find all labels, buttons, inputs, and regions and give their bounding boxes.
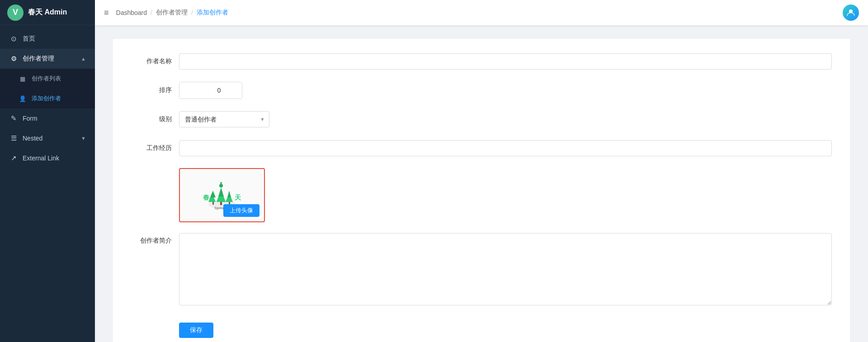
sidebar-item-form[interactable]: ✎ Form [0,108,95,128]
level-control: 普通创作者 高级创作者 顶级创作者 ▼ [179,111,832,127]
breadcrumb-sep-1: / [151,9,152,16]
level-select-wrap: 普通创作者 高级创作者 顶级创作者 ▼ [179,111,269,127]
breadcrumb-sep-2: / [191,9,193,16]
svg-point-6 [220,182,222,184]
author-name-input[interactable] [179,53,832,70]
save-row: 保存 [131,318,832,338]
sidebar-item-author-mgmt[interactable]: ⚙ 创作者管理 ▲ [0,49,95,69]
bio-row: 创作者简介 [131,233,832,307]
user-avatar-btn[interactable] [843,5,859,21]
sidebar-item-label-author-mgmt: 创作者管理 [23,55,81,63]
sidebar-item-label-author-list: 创作者列表 [32,75,86,83]
header: ≡ Dashboard / 创作者管理 / 添加创作者 [95,0,868,25]
svg-point-3 [219,184,223,187]
level-select[interactable]: 普通创作者 高级创作者 顶级创作者 [179,111,269,127]
breadcrumb-author-mgmt[interactable]: 创作者管理 [156,9,188,17]
gear-icon: ⚙ [9,54,18,63]
sidebar-item-nested[interactable]: ☰ Nested ▼ [0,128,95,148]
work-exp-row: 工作经历 [131,139,832,157]
list-icon: ▦ [18,74,27,83]
level-row: 级别 普通创作者 高级创作者 顶级创作者 ▼ [131,110,832,128]
header-right [843,5,859,21]
chevron-up-icon: ▲ [81,56,86,61]
external-link-icon: ↗ [9,154,18,163]
svg-text:天: 天 [234,194,241,201]
work-exp-label: 工作经历 [131,144,172,152]
breadcrumb-dashboard[interactable]: Dashboard [116,9,147,16]
svg-rect-2 [212,202,214,205]
form-container: 作者名称 排序 ▲ ▼ [113,39,850,342]
author-name-control [179,53,832,70]
form-icon: ✎ [9,114,18,123]
upload-avatar-btn[interactable]: 上传头像 [223,204,259,217]
save-button[interactable]: 保存 [179,323,213,338]
breadcrumb: Dashboard / 创作者管理 / 添加创作者 [116,9,843,17]
home-icon: ⊙ [9,34,18,43]
sidebar-item-label-home: 首页 [23,35,86,43]
sidebar-item-home[interactable]: ⊙ 首页 [0,29,95,49]
author-name-row: 作者名称 [131,52,832,70]
avatar-control: 春 天 Spring All 上传头像 [179,168,832,222]
logo-title: 春天 Admin [28,8,67,17]
breadcrumb-current: 添加创作者 [197,9,228,17]
sort-input[interactable] [179,82,242,98]
main-area: ≡ Dashboard / 创作者管理 / 添加创作者 作者名称 [95,0,868,342]
sidebar: V 春天 Admin ⊙ 首页 ⚙ 创作者管理 ▲ ▦ 创作者列表 👤 添加创作… [0,0,95,342]
sidebar-sub-nav: ▦ 创作者列表 👤 添加创作者 [0,69,95,108]
svg-text:春: 春 [203,194,210,201]
sort-label: 排序 [131,86,172,94]
bio-control [179,233,832,307]
add-person-icon: 👤 [18,94,27,103]
sidebar-item-label-form: Form [23,115,86,122]
sort-row: 排序 ▲ ▼ [131,81,832,99]
sort-control: ▲ ▼ [179,82,832,99]
sidebar-logo: V 春天 Admin [0,0,95,25]
sidebar-item-author-list[interactable]: ▦ 创作者列表 [0,69,95,89]
sidebar-item-label-nested: Nested [23,135,81,142]
menu-toggle-icon[interactable]: ≡ [104,8,109,18]
level-label: 级别 [131,115,172,123]
bio-label: 创作者简介 [131,233,172,245]
svg-rect-4 [220,202,222,205]
sidebar-item-label-add-author: 添加创作者 [32,94,86,103]
logo-icon: V [7,5,24,21]
work-exp-input[interactable] [179,140,832,156]
nested-icon: ☰ [9,134,18,143]
work-exp-control [179,140,832,156]
bio-textarea[interactable] [179,233,832,305]
sort-number-input-wrap: ▲ ▼ [179,82,242,99]
chevron-down-icon: ▼ [81,136,86,141]
sidebar-item-external-link[interactable]: ↗ External Link [0,148,95,168]
sidebar-nav: ⊙ 首页 ⚙ 创作者管理 ▲ ▦ 创作者列表 👤 添加创作者 ✎ Form [0,25,95,342]
sidebar-item-label-external: External Link [23,155,86,162]
author-name-label: 作者名称 [131,57,172,66]
save-control: 保存 [179,318,213,338]
content-area: 作者名称 排序 ▲ ▼ [95,25,868,342]
avatar-upload-area: 春 天 Spring All 上传头像 [179,168,265,222]
avatar-row: 春 天 Spring All 上传头像 [131,168,832,222]
sidebar-item-add-author[interactable]: 👤 添加创作者 [0,89,95,108]
